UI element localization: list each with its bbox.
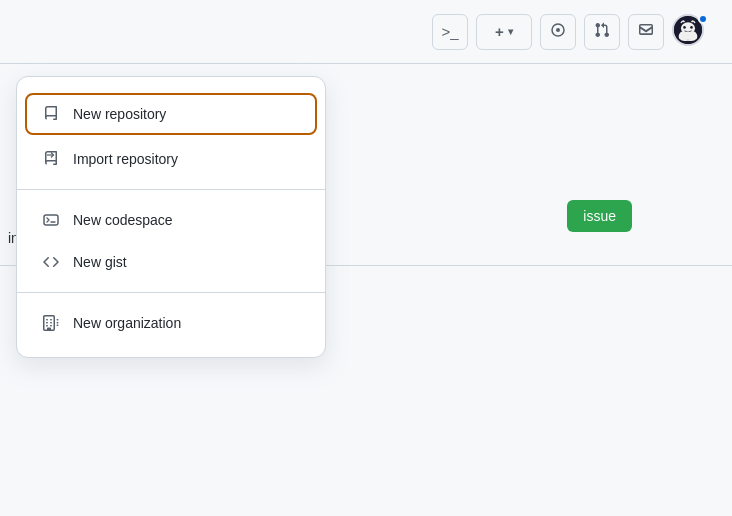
navbar: >_ + ▾ xyxy=(0,0,732,64)
terminal-button[interactable]: >_ xyxy=(432,14,468,50)
menu-item-import-repository-label: Import repository xyxy=(73,151,178,167)
issue-button[interactable]: issue xyxy=(567,200,632,232)
repo-push-icon xyxy=(41,149,61,169)
svg-rect-6 xyxy=(44,215,58,225)
chevron-down-icon: ▾ xyxy=(508,26,513,37)
svg-point-5 xyxy=(690,26,693,29)
plus-icon: + xyxy=(495,23,504,40)
pull-requests-button[interactable] xyxy=(584,14,620,50)
bg-content: issue xyxy=(567,200,632,232)
menu-item-new-codespace-label: New codespace xyxy=(73,212,173,228)
create-button[interactable]: + ▾ xyxy=(476,14,532,50)
copilot-icon xyxy=(550,22,566,41)
notification-dot xyxy=(698,14,708,24)
copilot-button[interactable] xyxy=(540,14,576,50)
dropdown-menu: New repository Import repository xyxy=(16,76,326,358)
menu-section-codespace: New codespace New gist xyxy=(17,189,325,288)
svg-point-4 xyxy=(683,26,686,29)
pull-request-icon xyxy=(594,22,610,41)
menu-item-new-organization[interactable]: New organization xyxy=(25,303,317,343)
terminal-icon: >_ xyxy=(441,23,458,40)
menu-item-new-gist[interactable]: New gist xyxy=(25,242,317,282)
menu-item-new-gist-label: New gist xyxy=(73,254,127,270)
menu-item-new-repository-label: New repository xyxy=(73,106,166,122)
svg-point-1 xyxy=(556,28,560,32)
code-icon xyxy=(41,252,61,272)
codespace-icon xyxy=(41,210,61,230)
menu-section-repo: New repository Import repository xyxy=(17,85,325,185)
menu-section-organization: New organization xyxy=(17,292,325,349)
organization-icon xyxy=(41,313,61,333)
user-avatar-wrapper[interactable] xyxy=(672,14,708,50)
menu-item-new-codespace[interactable]: New codespace xyxy=(25,200,317,240)
menu-item-new-organization-label: New organization xyxy=(73,315,181,331)
inbox-icon xyxy=(638,22,654,41)
inbox-button[interactable] xyxy=(628,14,664,50)
menu-item-new-repository[interactable]: New repository xyxy=(25,93,317,135)
repo-icon xyxy=(41,104,61,124)
menu-item-import-repository[interactable]: Import repository xyxy=(25,139,317,179)
